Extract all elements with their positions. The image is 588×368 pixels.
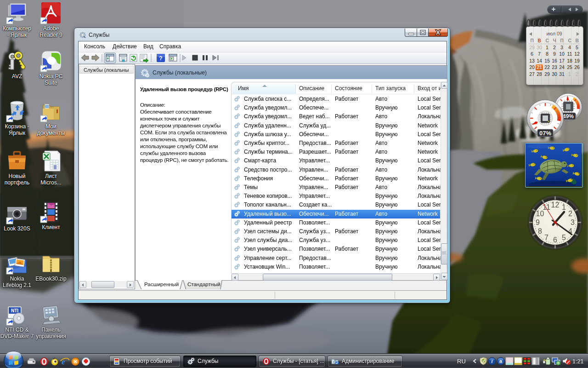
svg-text:2: 2 [568,210,572,218]
svg-text:7: 7 [544,234,548,242]
svg-text:8: 8 [538,227,542,235]
svg-text:1: 1 [562,203,566,211]
svg-text:12: 12 [551,201,560,209]
svg-text:5: 5 [562,234,566,242]
svg-text:49%: 49% [563,113,574,120]
svg-text:NTI: NTI [11,308,18,313]
svg-text:3: 3 [571,218,575,226]
svg-text:a: a [499,358,503,364]
svg-text:6: 6 [553,236,557,244]
svg-text:07%: 07% [539,130,551,137]
svg-text:?: ? [159,55,163,62]
svg-text:9: 9 [536,218,540,226]
